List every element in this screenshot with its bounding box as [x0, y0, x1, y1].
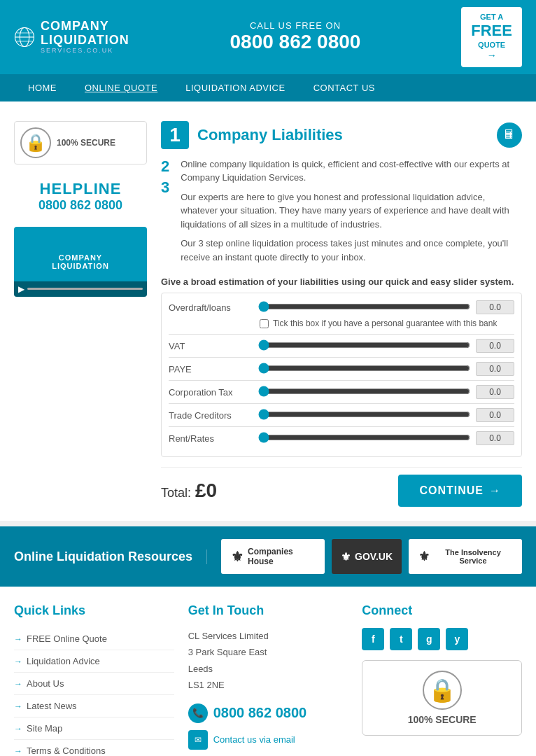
calculator-icon: 🖩: [497, 122, 522, 148]
rent-rates-slider[interactable]: [258, 432, 470, 443]
step-2-indicator: 2: [161, 158, 169, 176]
secure-label: 100% SECURE: [57, 138, 115, 148]
address-line-4: LS1 2NE: [188, 677, 348, 693]
guarantee-checkbox-row: Tick this box if you have a personal gua…: [260, 318, 514, 328]
slider-row-vat: VAT 0.0: [169, 339, 514, 353]
insolvency-text: The Insolvency Service: [434, 548, 512, 565]
vat-slider[interactable]: [258, 340, 470, 351]
gov-uk-coat-icon: ⚜: [341, 550, 351, 564]
companies-house-coat-icon: ⚜: [231, 548, 244, 565]
slider-row-corp-tax: Corporation Tax 0.0: [169, 385, 514, 399]
guarantee-label: Tick this box if you have a personal gua…: [273, 318, 497, 328]
video-thumbnail[interactable]: COMPANY LIQUIDATION ▶: [14, 227, 147, 297]
badge-free: FREE: [471, 22, 512, 40]
overdraft-slider[interactable]: [258, 301, 470, 312]
footer-email-link[interactable]: Contact us via email: [213, 734, 295, 745]
trade-creditors-label: Trade Creditors: [169, 410, 253, 421]
contact-col: Get In Touch CL Services Limited 3 Park …: [188, 603, 348, 756]
paye-value: 0.0: [476, 362, 514, 376]
nav-contact-us[interactable]: CONTACT US: [299, 74, 389, 102]
arrow-icon-liquidation: →: [14, 657, 22, 666]
logo-subtitle: SERVICES.CO.UK: [41, 48, 129, 55]
connect-title: Connect: [362, 603, 522, 618]
nav-online-quote[interactable]: ONLINE QUOTE: [71, 74, 171, 102]
secure-footer-lock-icon: 🔒: [423, 671, 462, 710]
vat-label: VAT: [169, 341, 253, 351]
secure-footer-text: 100% SECURE: [372, 714, 512, 725]
badge-quote: QUOTE: [471, 41, 512, 50]
badge-arrow: →: [471, 50, 512, 62]
companies-house-logo[interactable]: ⚜ Companies House: [221, 539, 325, 574]
footer-link-sitemap[interactable]: → Site Map: [14, 718, 174, 740]
corp-tax-label: Corporation Tax: [169, 387, 253, 398]
total-label: Total:: [161, 486, 191, 500]
gov-uk-logo[interactable]: ⚜ GOV.UK: [332, 539, 402, 574]
footer-phone-row: 📞 0800 862 0800: [188, 704, 348, 723]
footer-link-news-text: Latest News: [27, 701, 77, 711]
rent-rates-label: Rent/Rates: [169, 433, 253, 444]
step-number: 1: [161, 121, 189, 149]
resource-links: ⚜ Companies House ⚜ GOV.UK ⚜ The Insolve…: [221, 539, 522, 574]
navigation: HOME ONLINE QUOTE LIQUIDATION ADVICE CON…: [0, 74, 536, 102]
footer-link-news[interactable]: → Latest News: [14, 695, 174, 718]
helpline-number: 0800 862 0800: [14, 198, 147, 213]
step-header: 1 Company Liabilities 🖩: [161, 121, 522, 149]
trade-creditors-slider[interactable]: [258, 409, 470, 420]
play-button[interactable]: ▶: [18, 284, 24, 294]
main-content: 🔒 100% SECURE HELPLINE 0800 862 0800 COM…: [0, 107, 536, 522]
slider-row-rent-rates: Rent/Rates 0.0: [169, 431, 514, 445]
video-progress[interactable]: [27, 288, 143, 290]
rent-rates-slider-track: [258, 432, 470, 445]
arrow-icon-free-quote: →: [14, 634, 22, 644]
footer-link-about[interactable]: → About Us: [14, 673, 174, 695]
email-icon: ✉: [188, 730, 208, 750]
facebook-icon[interactable]: f: [362, 628, 384, 650]
slider-section: Overdraft/loans 0.0 Tick this box if you…: [161, 293, 522, 457]
white-strip: [0, 102, 536, 107]
footer-link-liquidation[interactable]: → Liquidation Advice: [14, 650, 174, 673]
get-quote-badge[interactable]: GET A FREE QUOTE →: [461, 7, 522, 67]
googleplus-icon[interactable]: g: [418, 628, 440, 650]
trade-creditors-value: 0.0: [476, 408, 514, 422]
slider-intro: Give a broad estimation of your liabilit…: [161, 276, 522, 287]
overdraft-label: Overdraft/loans: [169, 302, 253, 313]
logo[interactable]: COMPANY LIQUIDATION SERVICES.CO.UK: [14, 20, 129, 54]
paye-slider[interactable]: [258, 363, 470, 374]
secure-row: 🔒 100% SECURE: [14, 121, 147, 164]
twitter-icon[interactable]: t: [390, 628, 412, 650]
slider-row-trade-creditors: Trade Creditors 0.0: [169, 408, 514, 422]
overdraft-slider-track: [258, 301, 470, 314]
arrow-icon-news: →: [14, 701, 22, 711]
guarantee-checkbox[interactable]: [260, 319, 269, 328]
corp-tax-slider[interactable]: [258, 386, 470, 397]
insolvency-service-logo[interactable]: ⚜ The Insolvency Service: [409, 539, 522, 574]
resources-bar: Online Liquidation Resources ⚜ Companies…: [0, 526, 536, 587]
total-amount: £0: [195, 479, 217, 502]
footer-link-terms[interactable]: → Terms & Conditions: [14, 740, 174, 756]
address-line-1: CL Services Limited: [188, 628, 348, 644]
contact-title: Get In Touch: [188, 603, 348, 618]
address-line-2: 3 Park Square East: [188, 644, 348, 660]
nav-liquidation-advice[interactable]: LIQUIDATION ADVICE: [171, 74, 299, 102]
connect-col: Connect f t g y 🔒 100% SECURE: [362, 603, 522, 756]
continue-label: CONTINUE: [419, 484, 484, 497]
social-icons: f t g y: [362, 628, 522, 650]
logo-name: COMPANY LIQUIDATION: [41, 20, 129, 48]
footer-link-free-quote[interactable]: → FREE Online Quote: [14, 628, 174, 650]
footer-link-sitemap-text: Site Map: [27, 723, 62, 734]
footer-columns: Quick Links → FREE Online Quote → Liquid…: [0, 587, 536, 756]
vat-value: 0.0: [476, 339, 514, 353]
continue-button[interactable]: CONTINUE →: [398, 475, 522, 507]
badge-get: GET A: [471, 13, 512, 22]
intro-text-1: Online company liquidation is quick, eff…: [181, 158, 522, 185]
continue-arrow-icon: →: [489, 484, 501, 497]
phone-icon: 📞: [188, 704, 208, 723]
corp-tax-slider-track: [258, 386, 470, 399]
youtube-icon[interactable]: y: [446, 628, 468, 650]
nav-home[interactable]: HOME: [14, 74, 71, 102]
trade-creditors-slider-track: [258, 409, 470, 422]
footer-email-row: ✉ Contact us via email: [188, 730, 348, 750]
arrow-icon-sitemap: →: [14, 724, 22, 734]
rent-rates-value: 0.0: [476, 431, 514, 445]
step-3-indicator: 3: [161, 178, 169, 197]
